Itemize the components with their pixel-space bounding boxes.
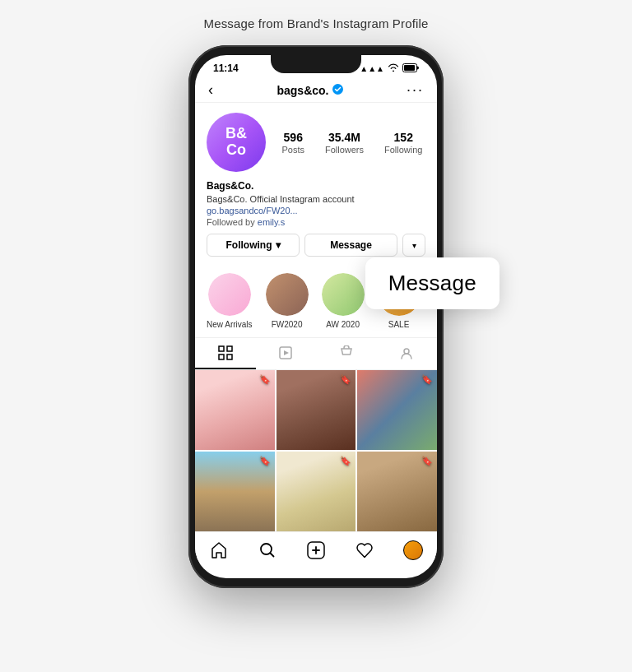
- grid-cell[interactable]: 🔖: [195, 452, 275, 531]
- highlight-label: FW2020: [272, 320, 303, 329]
- following-chevron-icon: ▾: [276, 239, 281, 251]
- svg-rect-6: [227, 355, 232, 359]
- home-nav-button[interactable]: [202, 534, 235, 567]
- svg-rect-3: [219, 346, 224, 351]
- phone-mockup: 11:14 ▲▲▲: [188, 45, 444, 588]
- svg-rect-4: [227, 346, 232, 351]
- grid-cell[interactable]: 🔖: [357, 452, 437, 531]
- bookmark-icon: 🔖: [340, 374, 351, 385]
- profile-nav-button[interactable]: [397, 534, 430, 567]
- highlight-circle: [208, 273, 251, 316]
- highlight-item[interactable]: New Arrivals: [207, 273, 253, 329]
- bio-name: Bags&Co.: [207, 180, 425, 192]
- following-label: Following: [226, 239, 272, 251]
- status-time: 11:14: [213, 63, 239, 74]
- grid-cell[interactable]: 🔖: [195, 370, 275, 450]
- search-nav-button[interactable]: [251, 534, 284, 567]
- posts-count: 596: [284, 131, 303, 144]
- message-button[interactable]: Message: [304, 234, 397, 257]
- battery-icon: [402, 63, 419, 74]
- more-options-button[interactable]: ···: [407, 81, 424, 99]
- svg-point-8: [404, 349, 409, 354]
- profile-avatar-small: [403, 540, 423, 560]
- highlight-label: AW 2020: [326, 320, 360, 329]
- highlight-label: New Arrivals: [207, 320, 253, 329]
- highlight-item[interactable]: FW2020: [266, 273, 309, 329]
- action-buttons: Following ▾ Message ▾: [207, 234, 425, 257]
- following-button[interactable]: Following ▾: [207, 234, 300, 257]
- tab-tagged[interactable]: [377, 338, 438, 369]
- profile-username-nav: bags&co.: [276, 84, 342, 97]
- phone-screen: 11:14 ▲▲▲: [195, 55, 437, 578]
- phone-notch: [271, 55, 361, 73]
- signal-icon: ▲▲▲: [360, 64, 384, 73]
- highlight-item[interactable]: AW 2020: [322, 273, 365, 329]
- follower-name[interactable]: emily.s: [258, 217, 285, 227]
- highlight-circle: [266, 273, 309, 316]
- bio-section: Bags&Co. Bags&Co. Official Instagram acc…: [207, 180, 425, 227]
- verified-badge: [332, 84, 343, 97]
- followers-label: Followers: [325, 145, 364, 155]
- dropdown-chevron-icon: ▾: [412, 241, 416, 250]
- profile-section: B&Co 596 Posts 35.4M Followers 152 Follo: [195, 103, 437, 273]
- phone-shell: 11:14 ▲▲▲: [188, 45, 444, 588]
- bottom-navigation: [195, 531, 437, 569]
- highlight-circle: [322, 273, 365, 316]
- bookmark-icon: 🔖: [421, 374, 433, 385]
- svg-rect-5: [219, 355, 224, 359]
- following-stat: 152 Following: [384, 131, 422, 155]
- grid-cell[interactable]: 🔖: [276, 452, 356, 531]
- profile-tabs: [195, 337, 437, 370]
- bookmark-icon: 🔖: [259, 456, 271, 466]
- bio-description: Bags&Co. Official Instagram account: [207, 193, 425, 206]
- bookmark-icon: 🔖: [421, 456, 433, 466]
- message-label: Message: [330, 239, 372, 251]
- back-button[interactable]: ‹: [208, 81, 213, 99]
- svg-rect-1: [404, 65, 415, 71]
- posts-label: Posts: [281, 145, 304, 155]
- tab-shop[interactable]: [316, 338, 377, 369]
- status-icons: ▲▲▲: [360, 63, 419, 74]
- bio-link[interactable]: go.bagsandco/FW20...: [207, 206, 425, 216]
- following-count: 152: [394, 131, 413, 144]
- tooltip-message-label: Message: [388, 271, 476, 295]
- grid-cell[interactable]: 🔖: [357, 370, 437, 450]
- dropdown-button[interactable]: ▾: [402, 234, 425, 257]
- avatar: B&Co: [207, 113, 266, 172]
- wifi-icon: [388, 63, 399, 73]
- posts-stat: 596 Posts: [281, 131, 304, 155]
- highlight-label: SALE: [388, 320, 410, 329]
- tab-grid[interactable]: [195, 338, 256, 369]
- instagram-nav: ‹ bags&co. ···: [195, 78, 437, 103]
- profile-top: B&Co 596 Posts 35.4M Followers 152 Follo: [207, 113, 425, 172]
- bookmark-icon: 🔖: [259, 374, 271, 385]
- stats-row: 596 Posts 35.4M Followers 152 Following: [279, 131, 425, 155]
- followers-stat: 35.4M Followers: [325, 131, 364, 155]
- tab-reels[interactable]: [256, 338, 317, 369]
- followed-by: Followed by emily.s: [207, 217, 425, 227]
- message-tooltip: Message: [365, 257, 500, 309]
- followers-count: 35.4M: [328, 131, 360, 144]
- add-nav-button[interactable]: [300, 534, 332, 567]
- bookmark-icon: 🔖: [340, 456, 351, 466]
- photo-grid: 🔖 🔖 🔖 🔖 🔖: [195, 370, 437, 531]
- page-caption: Message from Brand's Instagram Profile: [204, 16, 429, 30]
- grid-cell[interactable]: 🔖: [276, 370, 356, 450]
- following-label: Following: [384, 145, 422, 155]
- username-text: bags&co.: [276, 84, 328, 97]
- activity-nav-button[interactable]: [348, 534, 381, 567]
